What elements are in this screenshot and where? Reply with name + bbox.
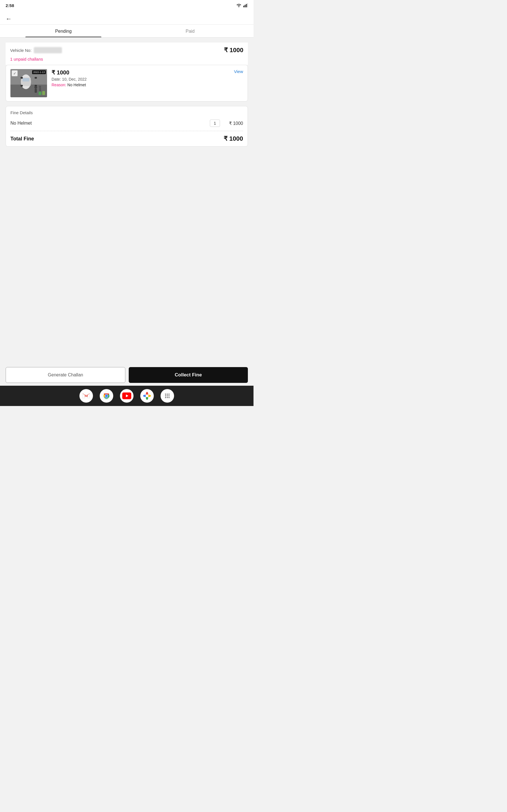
fine-detail-row: No Helmet 1 ₹ 1000 [6,117,247,131]
svg-point-14 [34,86,37,89]
svg-point-0 [238,6,239,7]
svg-rect-18 [39,92,41,95]
svg-rect-1 [243,6,244,7]
status-time: 2:58 [6,3,14,8]
app-drawer-icon[interactable] [161,389,174,403]
challan-reason-label: Reason: [52,83,66,87]
challan-reason: Reason: No Helmet [52,83,243,87]
wifi-icon [236,3,242,7]
vehicle-total-amount: ₹ 1000 [224,47,243,54]
fine-details-header: Fine Details [6,106,247,117]
challan-card: 2022-1-13 ✓ ₹ 1000 Date: 10, Dec, 2022 R… [6,65,248,101]
challan-date: Date: 10, Dec, 2022 [52,77,243,82]
challan-image: 2022-1-13 ✓ [10,69,47,97]
fine-total-row: Total Fine ₹ 1000 [6,131,247,146]
svg-rect-10 [20,77,23,79]
svg-point-43 [168,397,170,398]
status-bar: 2:58 [0,0,253,10]
svg-rect-11 [35,77,37,79]
fine-total-amount: ₹ 1000 [224,135,243,142]
signal-icon [243,3,248,7]
svg-point-33 [146,395,149,397]
gmail-icon[interactable]: M [79,389,93,403]
tabs: Pending Paid [0,25,253,38]
photos-icon[interactable] [140,389,154,403]
svg-point-36 [167,394,168,395]
tab-paid[interactable]: Paid [127,25,253,37]
challan-check-mark: ✓ [11,70,18,77]
challan-amount: ₹ 1000 [52,69,243,76]
svg-rect-12 [20,85,23,87]
svg-rect-2 [245,5,245,7]
svg-rect-19 [42,91,45,95]
collect-fine-button[interactable]: Collect Fine [129,367,248,383]
status-icons [236,3,248,7]
fine-details-box: Fine Details No Helmet 1 ₹ 1000 Total Fi… [6,106,248,147]
chrome-icon[interactable] [100,389,113,403]
main-content: Vehicle No: ₹ 1000 1 unpaid challans [0,38,253,147]
svg-point-37 [168,394,170,395]
challan-info: ₹ 1000 Date: 10, Dec, 2022 Reason: No He… [52,69,243,87]
challan-reason-value: No Helmet [67,83,86,87]
generate-challan-button[interactable]: Generate Challan [6,367,125,383]
svg-point-35 [165,394,166,395]
vehicle-label: Vehicle No: [10,47,62,53]
fine-item-amount: ₹ 1000 [223,121,243,126]
unpaid-challans-text: 1 unpaid challans [6,56,248,65]
svg-point-39 [167,395,168,396]
fine-item-name: No Helmet [10,121,207,126]
svg-point-41 [165,397,166,398]
bottom-buttons: Generate Challan Collect Fine [0,364,253,386]
svg-point-42 [167,397,168,398]
svg-rect-3 [246,4,247,7]
fine-total-label: Total Fine [10,136,34,142]
challan-view-button[interactable]: View [234,69,243,74]
svg-text:M: M [84,394,88,398]
vehicle-number-blurred [34,47,62,53]
challan-date-badge: 2022-1-13 [32,70,46,74]
svg-point-38 [165,395,166,396]
youtube-icon[interactable] [120,389,133,403]
back-button[interactable]: ← [6,13,12,24]
vehicle-row: Vehicle No: ₹ 1000 [6,43,248,56]
tab-pending[interactable]: Pending [0,25,127,37]
svg-rect-15 [35,89,37,93]
bottom-dock: M [0,386,253,406]
svg-rect-9 [22,78,29,82]
svg-point-40 [168,395,170,396]
svg-rect-17 [39,88,41,91]
header: ← [0,10,253,24]
svg-rect-4 [247,3,248,7]
fine-item-qty: 1 [210,119,220,127]
svg-point-25 [105,395,108,397]
svg-point-16 [39,86,41,88]
